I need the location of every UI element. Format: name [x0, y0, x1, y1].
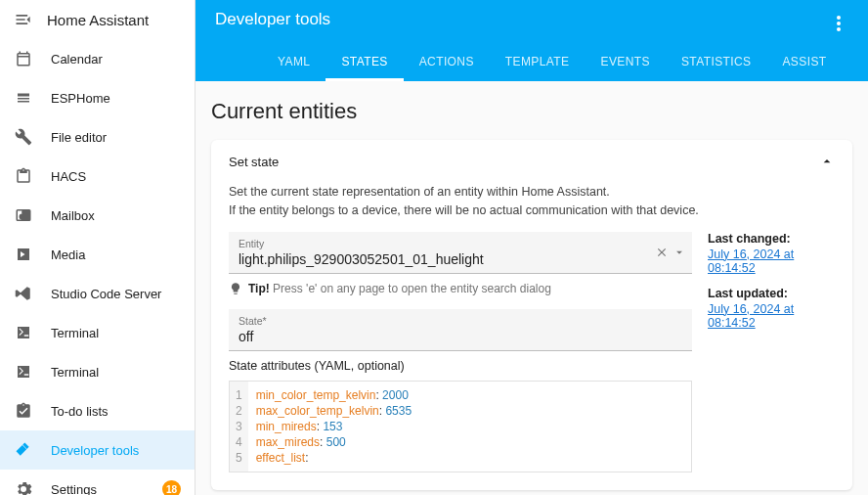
- play-icon: [14, 245, 33, 264]
- meta-column: Last changed: July 16, 2024 at 08:14:52 …: [708, 232, 835, 473]
- tab-events[interactable]: EVENTS: [585, 45, 665, 81]
- chip-icon: [14, 88, 33, 108]
- panel-header[interactable]: Set state: [211, 140, 852, 183]
- sidebar-item-label: Calendar: [51, 52, 103, 67]
- sidebar-item-label: Media: [51, 248, 85, 262]
- state-input[interactable]: [239, 327, 682, 346]
- clipboard-check-icon: [14, 401, 33, 421]
- clear-icon[interactable]: [655, 246, 669, 259]
- sidebar-item-label: ESPHome: [51, 91, 110, 106]
- panel-body: Set the current state representation of …: [211, 183, 852, 490]
- sidebar-item-label: Studio Code Server: [51, 287, 161, 301]
- topbar: Developer tools YAML STATES ACTIONS TEMP…: [195, 0, 868, 81]
- sidebar-item-mailbox[interactable]: Mailbox: [0, 196, 195, 235]
- sidebar-item-media[interactable]: Media: [0, 235, 195, 274]
- sidebar-header[interactable]: Home Assistant: [0, 0, 195, 39]
- sidebar-item-label: Mailbox: [51, 208, 95, 223]
- yaml-editor[interactable]: 12345 min_color_temp_kelvin: 2000max_col…: [229, 381, 692, 473]
- set-state-panel: Set state Set the current state represen…: [211, 140, 852, 490]
- last-updated-link[interactable]: July 16, 2024 at 08:14:52: [708, 302, 835, 330]
- sidebar-item-calendar[interactable]: Calendar: [0, 39, 195, 78]
- tip-row: Tip! Press 'e' on any page to open the e…: [229, 282, 692, 295]
- sidebar-item-file-editor[interactable]: File editor: [0, 117, 195, 157]
- sidebar-item-label: HACS: [51, 169, 86, 184]
- entity-field-label: Entity: [239, 238, 682, 249]
- clipboard-icon: [14, 166, 33, 186]
- app-name: Home Assistant: [47, 12, 149, 28]
- tab-states[interactable]: STATES: [326, 45, 403, 81]
- sidebar-item-developer-tools[interactable]: Developer tools: [0, 430, 195, 470]
- sidebar-item-label: Terminal: [51, 365, 99, 380]
- page-title: Current entities: [211, 99, 852, 124]
- lightbulb-icon: [229, 282, 242, 295]
- sidebar-item-label: To-do lists: [51, 404, 108, 419]
- sidebar-item-hacs[interactable]: HACS: [0, 157, 195, 196]
- sidebar-item-label: Developer tools: [51, 443, 139, 458]
- sidebar-item-settings[interactable]: Settings 18: [0, 470, 195, 495]
- main-area: Developer tools YAML STATES ACTIONS TEMP…: [195, 0, 868, 495]
- hammer-icon: [14, 440, 33, 460]
- wrench-icon: [14, 127, 33, 147]
- chevron-up-icon: [819, 154, 835, 169]
- sidebar-item-terminal[interactable]: Terminal: [0, 313, 195, 352]
- dots-vertical-icon: [837, 16, 841, 31]
- last-updated-label: Last updated:: [708, 287, 835, 300]
- tab-yaml[interactable]: YAML: [262, 45, 326, 81]
- panel-description: Set the current state representation of …: [229, 183, 835, 220]
- menu-collapse-icon: [14, 10, 33, 29]
- page-header-title: Developer tools: [215, 10, 848, 45]
- terminal-icon: [14, 362, 33, 382]
- attributes-label: State attributes (YAML, optional): [229, 359, 692, 373]
- terminal-icon: [14, 323, 33, 342]
- sidebar-item-label: Settings: [51, 482, 97, 496]
- content: Current entities Set state Set the curre…: [195, 81, 868, 495]
- tab-statistics[interactable]: STATISTICS: [666, 45, 767, 81]
- svg-point-1: [837, 22, 841, 25]
- sidebar-item-label: Terminal: [51, 326, 99, 340]
- last-changed-label: Last changed:: [708, 232, 835, 246]
- dropdown-icon[interactable]: [673, 246, 686, 259]
- overflow-menu-button[interactable]: [823, 8, 854, 39]
- vscode-icon: [14, 284, 33, 303]
- state-field[interactable]: State*: [229, 309, 692, 351]
- state-field-label: State*: [239, 315, 682, 327]
- sidebar: Home Assistant Calendar ESPHome File edi…: [0, 0, 195, 495]
- sidebar-item-label: File editor: [51, 130, 107, 145]
- gear-icon: [14, 479, 33, 495]
- tabs: YAML STATES ACTIONS TEMPLATE EVENTS STAT…: [215, 45, 848, 81]
- entity-input[interactable]: [239, 249, 682, 269]
- tab-template[interactable]: TEMPLATE: [490, 45, 586, 81]
- tab-assist[interactable]: ASSIST: [766, 45, 842, 81]
- calendar-icon: [14, 49, 33, 68]
- gutter: 12345: [230, 382, 248, 472]
- yaml-code[interactable]: min_color_temp_kelvin: 2000max_color_tem…: [248, 382, 419, 472]
- sidebar-item-todo-lists[interactable]: To-do lists: [0, 391, 195, 430]
- svg-point-2: [837, 27, 841, 31]
- panel-title: Set state: [229, 155, 279, 169]
- sidebar-item-esphome[interactable]: ESPHome: [0, 78, 195, 117]
- sidebar-items: Calendar ESPHome File editor HACS Mailbo…: [0, 39, 195, 495]
- last-changed-link[interactable]: July 16, 2024 at 08:14:52: [708, 248, 835, 275]
- svg-point-0: [837, 16, 841, 20]
- sidebar-item-studio-code-server[interactable]: Studio Code Server: [0, 274, 195, 313]
- tab-actions[interactable]: ACTIONS: [404, 45, 490, 81]
- sidebar-item-terminal-2[interactable]: Terminal: [0, 352, 195, 391]
- mailbox-icon: [14, 205, 33, 225]
- entity-field[interactable]: Entity: [229, 232, 692, 274]
- settings-badge: 18: [162, 480, 181, 495]
